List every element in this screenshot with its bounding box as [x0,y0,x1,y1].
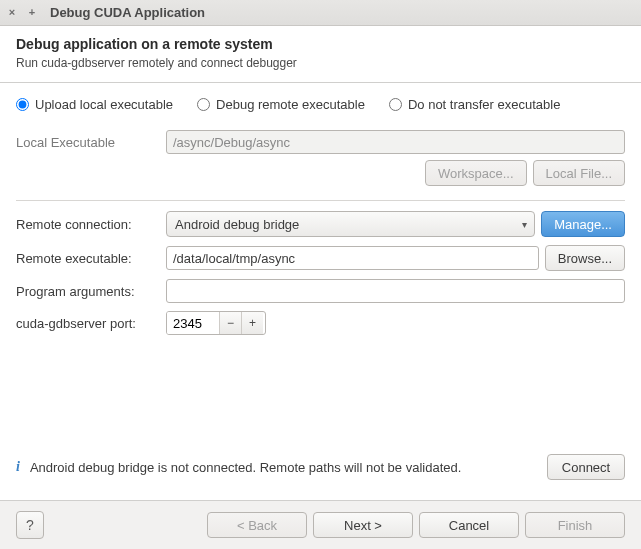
radio-no-transfer-input[interactable] [389,98,402,111]
radio-upload-local-input[interactable] [16,98,29,111]
info-row: i Android debug bridge is not connected.… [16,454,625,480]
wizard-footer: ? < Back Next > Cancel Finish [0,500,641,549]
radio-debug-remote-label: Debug remote executable [216,97,365,112]
radio-upload-local[interactable]: Upload local executable [16,97,173,112]
remote-connection-label: Remote connection: [16,217,156,232]
manage-button[interactable]: Manage... [541,211,625,237]
info-icon: i [16,459,20,475]
transfer-mode-radios: Upload local executable Debug remote exe… [16,97,625,112]
local-executable-label: Local Executable [16,135,156,150]
remote-executable-label: Remote executable: [16,251,156,266]
next-button[interactable]: Next > [313,512,413,538]
browse-button[interactable]: Browse... [545,245,625,271]
local-executable-input[interactable] [166,130,625,154]
help-button[interactable]: ? [16,511,44,539]
radio-no-transfer[interactable]: Do not transfer executable [389,97,560,112]
spinner-decrement[interactable]: − [219,312,241,334]
window-title: Debug CUDA Application [50,5,205,20]
finish-button[interactable]: Finish [525,512,625,538]
page-subtitle: Run cuda-gdbserver remotely and connect … [16,56,625,70]
program-arguments-input[interactable] [166,279,625,303]
wizard-header: Debug application on a remote system Run… [0,26,641,83]
divider [16,200,625,201]
info-message: Android debug bridge is not connected. R… [30,460,537,475]
radio-upload-local-label: Upload local executable [35,97,173,112]
connect-button[interactable]: Connect [547,454,625,480]
page-title: Debug application on a remote system [16,36,625,52]
remote-connection-select-wrap: Android debug bridge [166,211,535,237]
program-arguments-label: Program arguments: [16,284,156,299]
wizard-content: Upload local executable Debug remote exe… [0,83,641,500]
back-button[interactable]: < Back [207,512,307,538]
remote-executable-input[interactable] [166,246,539,270]
maximize-icon[interactable]: + [26,7,38,19]
spinner-increment[interactable]: + [241,312,263,334]
cancel-button[interactable]: Cancel [419,512,519,538]
close-icon[interactable]: × [6,7,18,19]
radio-no-transfer-label: Do not transfer executable [408,97,560,112]
local-file-button[interactable]: Local File... [533,160,625,186]
titlebar: × + Debug CUDA Application [0,0,641,26]
workspace-button[interactable]: Workspace... [425,160,527,186]
gdbserver-port-spinner: − + [166,311,266,335]
radio-debug-remote[interactable]: Debug remote executable [197,97,365,112]
gdbserver-port-label: cuda-gdbserver port: [16,316,156,331]
radio-debug-remote-input[interactable] [197,98,210,111]
remote-connection-select[interactable]: Android debug bridge [166,211,535,237]
help-icon: ? [26,517,34,533]
gdbserver-port-input[interactable] [167,312,219,334]
